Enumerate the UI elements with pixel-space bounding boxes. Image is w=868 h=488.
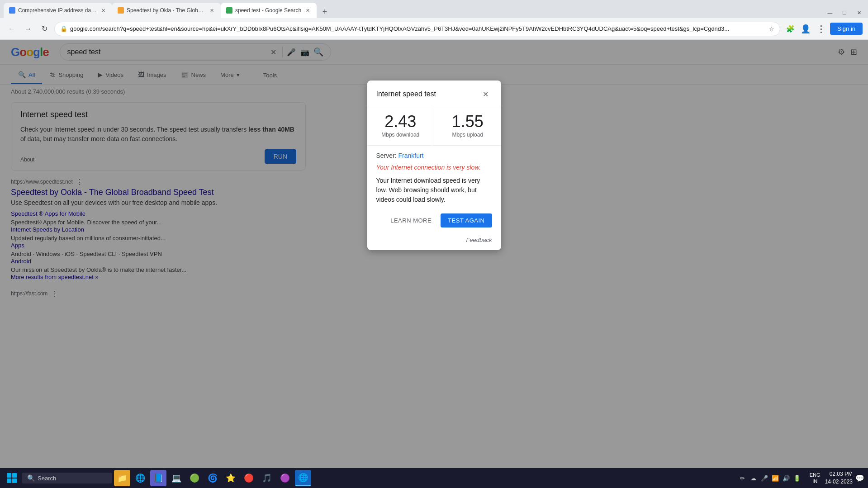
modal-close-button[interactable]: ✕ <box>479 88 492 100</box>
feedback-link[interactable]: Feedback <box>466 237 492 243</box>
taskbar-app-files[interactable]: 📁 <box>114 470 130 486</box>
taskbar-app-chrome[interactable]: 🌐 <box>132 470 148 486</box>
url-text: google.com/search?q=speed+test&hl=en&sou… <box>70 25 766 32</box>
taskbar-search-icon: 🔍 <box>27 474 35 482</box>
speed-results: 2.43 Mbps download 1.55 Mbps upload <box>367 106 501 146</box>
system-icons: ✏ ☁ 🎤 📶 🔊 🔋 <box>735 474 805 483</box>
minimize-button[interactable]: — <box>825 7 835 18</box>
learn-more-button[interactable]: LEARN MORE <box>385 213 437 227</box>
taskbar-app-brown[interactable]: 🎵 <box>259 470 275 486</box>
server-label: Server: <box>376 152 397 159</box>
tab-favicon-2 <box>118 7 124 14</box>
download-speed-item: 2.43 Mbps download <box>367 106 435 145</box>
network-icon: 📶 <box>771 474 780 483</box>
taskbar-app-edge[interactable]: 🌀 <box>204 470 221 486</box>
notification-icon[interactable]: 💬 <box>855 474 864 483</box>
tab-close-3[interactable]: ✕ <box>304 7 311 14</box>
taskbar-app-purple[interactable]: 🟣 <box>277 470 293 486</box>
star-icon[interactable]: ☆ <box>769 25 774 32</box>
modal-title: Internet speed test <box>376 90 436 98</box>
taskbar-time: 02:03 PM 14-02-2023 <box>825 470 853 486</box>
mic-icon: 🎤 <box>760 474 769 483</box>
taskbar-search[interactable]: 🔍 Search <box>22 473 112 483</box>
tab-favicon-3 <box>226 7 232 14</box>
close-window-button[interactable]: ✕ <box>854 7 864 18</box>
upload-speed-unit: Mbps upload <box>441 132 494 138</box>
maximize-button[interactable]: ☐ <box>839 7 850 18</box>
start-button[interactable] <box>4 470 20 486</box>
upload-speed-value: 1.55 <box>441 114 494 130</box>
server-name: Frankfurt <box>398 152 424 159</box>
windows-logo <box>7 473 17 483</box>
battery-icon: 🔋 <box>792 474 802 483</box>
taskbar-app-red[interactable]: 🔴 <box>241 470 257 486</box>
new-tab-button[interactable]: + <box>318 5 331 18</box>
taskbar-app-yellow[interactable]: ⭐ <box>223 470 239 486</box>
menu-icon[interactable]: ⋮ <box>815 23 827 35</box>
language-indicator: ENGIN <box>808 472 822 485</box>
tab-title-3: speed test - Google Search <box>235 7 301 14</box>
tab-bar: Comprehensive IP address data... ✕ Speed… <box>0 0 868 18</box>
back-button[interactable]: ← <box>5 23 18 35</box>
profile-icon[interactable]: 👤 <box>799 23 812 35</box>
tab-3[interactable]: speed test - Google Search ✕ <box>221 3 317 18</box>
test-again-button[interactable]: TEST AGAIN <box>441 213 492 227</box>
google-page: Google speed test ✕ 🎤 📷 🔍 ⚙ ⊞ 🔍 All 🛍 Sh… <box>0 40 868 488</box>
address-bar: ← → ↻ 🔒 google.com/search?q=speed+test&h… <box>0 18 868 40</box>
pen-icon: ✏ <box>738 474 747 483</box>
cloud-icon: ☁ <box>749 474 758 483</box>
reload-button[interactable]: ↻ <box>38 23 51 35</box>
taskbar-right: ✏ ☁ 🎤 📶 🔊 🔋 ENGIN 02:03 PM 14-02-2023 💬 <box>735 470 864 486</box>
sign-in-button[interactable]: Sign in <box>830 23 863 35</box>
tab-title-1: Comprehensive IP address data... <box>18 7 97 14</box>
url-bar[interactable]: 🔒 google.com/search?q=speed+test&hl=en&s… <box>54 22 780 36</box>
status-message-2: Your Internet download speed is very low… <box>367 176 501 208</box>
modal-header: Internet speed test ✕ <box>367 81 501 106</box>
taskbar-app-teams[interactable]: 📘 <box>150 470 166 486</box>
speaker-icon: 🔊 <box>782 474 791 483</box>
tab-close-2[interactable]: ✕ <box>208 7 215 14</box>
browser-chrome: Comprehensive IP address data... ✕ Speed… <box>0 0 868 40</box>
speed-test-modal: Internet speed test ✕ 2.43 Mbps download… <box>367 81 501 250</box>
download-speed-value: 2.43 <box>375 114 427 130</box>
tab-title-2: Speedtest by Okla - The Globa... <box>127 7 205 14</box>
download-speed-unit: Mbps download <box>375 132 427 138</box>
tab-2[interactable]: Speedtest by Okla - The Globa... ✕ <box>112 3 221 18</box>
upload-speed-item: 1.55 Mbps upload <box>434 106 501 145</box>
taskbar-search-text: Search <box>38 475 56 482</box>
taskbar-app-vscode[interactable]: 💻 <box>168 470 185 486</box>
taskbar-app-active[interactable]: 🌐 <box>295 470 311 486</box>
lock-icon: 🔒 <box>60 25 67 32</box>
status-message-1: Your Internet connection is very slow. <box>367 159 501 176</box>
modal-footer: LEARN MORE TEST AGAIN <box>367 208 501 233</box>
taskbar: 🔍 Search 📁 🌐 📘 💻 🟢 🌀 ⭐ 🔴 🎵 🟣 🌐 ✏ ☁ 🎤 📶 🔊… <box>0 468 868 488</box>
tab-favicon-1 <box>9 7 15 14</box>
server-info: Server: Frankfurt <box>367 146 501 159</box>
taskbar-app-green[interactable]: 🟢 <box>186 470 203 486</box>
tab-close-1[interactable]: ✕ <box>100 7 107 14</box>
address-actions: 🧩 👤 ⋮ Sign in <box>784 23 863 35</box>
modal-feedback: Feedback <box>367 233 501 250</box>
modal-overlay: Internet speed test ✕ 2.43 Mbps download… <box>0 40 868 488</box>
window-controls: — ☐ ✕ <box>825 7 864 18</box>
forward-button[interactable]: → <box>22 23 34 35</box>
extensions-icon[interactable]: 🧩 <box>784 23 797 35</box>
tab-1[interactable]: Comprehensive IP address data... ✕ <box>4 3 112 18</box>
